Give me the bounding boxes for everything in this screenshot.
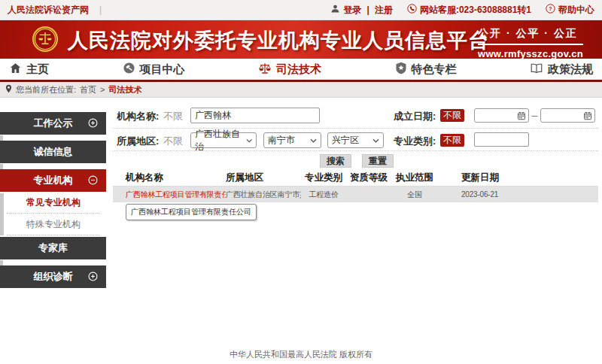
cell-category: 工程造价	[301, 190, 346, 200]
col-header-category: 专业类别	[301, 171, 346, 184]
phone-icon	[407, 4, 417, 16]
sidebar-notch	[0, 135, 3, 141]
register-link[interactable]: 注册	[375, 4, 393, 17]
chevron-down-icon	[246, 138, 252, 143]
breadcrumb-home[interactable]: 首页	[80, 84, 96, 96]
chevron-down-icon	[310, 138, 317, 143]
user-icon	[330, 4, 340, 16]
calendar-icon	[583, 111, 592, 120]
scales-icon	[258, 62, 272, 77]
founded-date-label: 成立日期:	[394, 110, 436, 123]
location-pin-icon	[5, 84, 12, 95]
cell-region: 广西壮族自治区南宁市兴宁区	[226, 190, 301, 200]
org-name-unlimited[interactable]: 不限	[163, 110, 183, 123]
region-label: 所属地区:	[117, 135, 159, 148]
court-emblem-logo	[32, 26, 59, 56]
login-link[interactable]: 登录	[344, 4, 362, 17]
sidebar-item-org-diagnosis[interactable]: 组织诊断	[0, 265, 106, 288]
top-utility-bar: 人民法院诉讼资产网 | 登录 | 注册 网站客服:023-63088881转1 …	[0, 0, 602, 20]
nav-label: 司法技术	[276, 62, 321, 77]
col-header-updated: 更新日期	[438, 171, 598, 184]
col-header-org-name: 机构名称	[126, 171, 226, 184]
sidebar-item-professional-orgs[interactable]: 专业机构	[0, 169, 106, 192]
cell-updated: 2023-06-21	[438, 190, 598, 199]
founded-date-start-input[interactable]	[474, 108, 529, 123]
help-question-icon: ?	[546, 4, 555, 16]
date-range-separator: ---	[531, 111, 537, 120]
nav-item-policy[interactable]: 政策法规	[530, 62, 593, 77]
sidebar-item-label: 工作公示	[34, 117, 73, 130]
cell-scope: 全国	[391, 190, 438, 200]
website-url: www.rmfysszc.gov.cn	[478, 48, 583, 59]
sidebar-notch	[0, 260, 3, 265]
slogan-text: 公开 · 公平 · 公正	[478, 27, 583, 45]
shield-star-icon	[395, 62, 407, 77]
nav-item-special-column[interactable]: 特色专栏	[395, 62, 457, 77]
site-name-link[interactable]: 人民法院诉讼资产网	[8, 4, 89, 17]
sidebar-item-integrity-info[interactable]: 诚信信息	[0, 141, 106, 163]
breadcrumb-current: 司法技术	[109, 84, 142, 96]
help-center-link[interactable]: 帮助中心	[558, 4, 594, 17]
home-icon	[9, 62, 22, 77]
platform-title: 人民法院对外委托专业机构专业人员信息平台	[68, 27, 489, 54]
category-input[interactable]	[474, 132, 529, 147]
project-center-icon	[123, 62, 135, 77]
book-icon	[530, 62, 543, 77]
org-name-tooltip: 广西翰林工程项目管理有限责任公司	[126, 204, 257, 220]
breadcrumb-prefix: 您当前所在位置:	[16, 84, 76, 96]
sidebar-item-label: 专业机构	[34, 174, 73, 187]
col-header-region: 所属地区	[226, 171, 301, 184]
form-divider	[113, 150, 598, 151]
nav-item-home[interactable]: 主页	[9, 62, 49, 77]
org-name-link[interactable]: 广西翰林工程项目管理有限责任...	[126, 190, 226, 200]
search-panel: 机构名称: 不限 成立日期: 不限 --- 所属地区: 不限 广西壮族自治 南宁…	[113, 103, 598, 336]
breadcrumb-separator: >	[100, 85, 105, 94]
nav-label: 项目中心	[140, 62, 185, 77]
topbar-divider: |	[99, 5, 102, 15]
submenu-item-common-orgs[interactable]: 常见专业机构	[7, 192, 100, 214]
login-register-divider: |	[367, 5, 369, 15]
city-value: 南宁市	[268, 134, 295, 147]
search-button[interactable]: 搜索	[320, 154, 351, 168]
city-select[interactable]: 南宁市	[263, 132, 321, 148]
region-unlimited[interactable]: 不限	[163, 135, 183, 148]
table-row: 广西翰林工程项目管理有限责任... 广西壮族自治区南宁市兴宁区 工程造价 全国 …	[113, 187, 598, 202]
sidebar-item-label: 专家库	[38, 241, 68, 255]
nav-label: 特色专栏	[412, 62, 457, 77]
sidebar-item-expert-library[interactable]: 专家库	[0, 237, 106, 259]
founded-date-end-input[interactable]	[540, 108, 595, 123]
category-label: 专业类别:	[394, 135, 436, 148]
category-unlimited-button[interactable]: 不限	[440, 134, 464, 147]
org-name-label: 机构名称:	[117, 110, 159, 123]
plus-circle-icon	[88, 118, 98, 130]
submenu-item-special-orgs[interactable]: 特殊专业机构	[7, 214, 100, 235]
chevron-down-icon	[372, 138, 379, 143]
col-header-scope: 执业范围	[391, 171, 438, 184]
breadcrumb: 您当前所在位置: 首页 > 司法技术	[0, 82, 602, 98]
page: 人民法院诉讼资产网 | 登录 | 注册 网站客服:023-63088881转1 …	[0, 0, 602, 364]
founded-unlimited-button[interactable]: 不限	[440, 109, 464, 122]
district-select[interactable]: 兴宁区	[327, 132, 384, 148]
province-select[interactable]: 广西壮族自治	[190, 132, 257, 148]
calendar-icon	[517, 111, 526, 120]
nav-item-judicial-tech[interactable]: 司法技术	[258, 62, 321, 77]
nav-label: 主页	[26, 62, 49, 77]
form-divider	[113, 128, 598, 129]
nav-label: 政策法规	[548, 62, 593, 77]
col-header-grade: 资质等级	[346, 171, 391, 184]
reset-button[interactable]: 重置	[362, 154, 394, 168]
plus-circle-icon	[88, 271, 98, 284]
sidebar-notch	[0, 164, 3, 169]
site-banner: 人民法院对外委托专业机构专业人员信息平台 公开 · 公平 · 公正 www.rm…	[0, 20, 602, 59]
submenu-scrollbar	[0, 193, 4, 235]
sidebar-item-label: 组织诊断	[34, 270, 73, 284]
sidebar-item-work-publicity[interactable]: 工作公示	[0, 112, 106, 135]
hotline-text: 网站客服:023-63088881转1	[420, 4, 531, 17]
content-area: 工作公示 诚信信息 专业机构 常见专业机构 特殊专业机构 专家库 组织诊断 机构…	[0, 98, 602, 340]
svg-text:?: ?	[549, 6, 552, 11]
nav-item-project-center[interactable]: 项目中心	[123, 62, 185, 77]
org-name-input[interactable]	[190, 108, 320, 123]
province-value: 广西壮族自治	[195, 128, 246, 153]
footer-copyright: 中华人民共和国最高人民法院 版权所有	[0, 340, 602, 362]
district-value: 兴宁区	[332, 134, 359, 147]
